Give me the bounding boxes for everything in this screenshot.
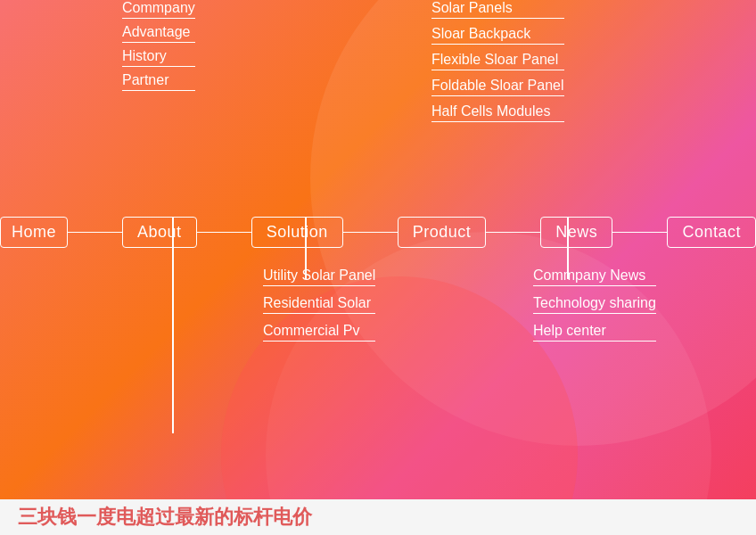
nav-product[interactable]: Product (398, 217, 487, 248)
news-dropdown-technology[interactable]: Technology sharing (533, 295, 656, 314)
about-dropdown-advantage[interactable]: Advantage (122, 24, 195, 43)
dropdown-about: Commpany Advantage History Partner (122, 0, 195, 109)
product-dropdown-half-cells[interactable]: Half Cells Modules (431, 103, 564, 122)
main-background: Commpany Advantage History Partner Solar… (0, 0, 756, 499)
nav-about[interactable]: About (122, 217, 197, 248)
product-dropdown-solar-panels[interactable]: Solar Panels (431, 0, 564, 19)
nav-solution[interactable]: Solution (251, 217, 343, 248)
nav-home[interactable]: Home (0, 217, 68, 248)
nav-news[interactable]: News (540, 217, 612, 248)
v-connector-about (172, 217, 174, 433)
nav-connector-4 (486, 232, 540, 234)
bottom-text: 三块钱一度电超过最新的标杆电价 (18, 504, 312, 531)
navigation-bar: Home About Solution Product News Contact (0, 217, 756, 248)
dropdown-product: Solar Panels Sloar Backpack Flexible Slo… (431, 0, 564, 140)
about-dropdown-partner[interactable]: Partner (122, 72, 195, 91)
nav-contact[interactable]: Contact (667, 217, 756, 248)
nav-connector-2 (197, 232, 251, 234)
about-dropdown-history[interactable]: History (122, 48, 195, 67)
news-dropdown-help[interactable]: Help center (533, 323, 656, 342)
news-dropdown-company[interactable]: Commpany News (533, 268, 656, 286)
solution-dropdown-utility[interactable]: Utility Solar Panel (263, 268, 375, 286)
dropdown-solution: Utility Solar Panel Residential Solar Co… (263, 268, 375, 342)
product-dropdown-flexible[interactable]: Flexible Sloar Panel (431, 52, 564, 70)
nav-connector-3 (343, 232, 398, 234)
nav-connector-5 (612, 232, 667, 234)
nav-connector-1 (68, 232, 122, 234)
bottom-bar: 三块钱一度电超过最新的标杆电价 (0, 499, 756, 535)
product-dropdown-sloar-backpack[interactable]: Sloar Backpack (431, 26, 564, 45)
solution-dropdown-commercial[interactable]: Commercial Pv (263, 323, 375, 342)
product-dropdown-foldable[interactable]: Foldable Sloar Panel (431, 78, 564, 96)
about-dropdown-company[interactable]: Commpany (122, 0, 195, 19)
dropdown-news: Commpany News Technology sharing Help ce… (533, 268, 656, 342)
solution-dropdown-residential[interactable]: Residential Solar (263, 295, 375, 314)
